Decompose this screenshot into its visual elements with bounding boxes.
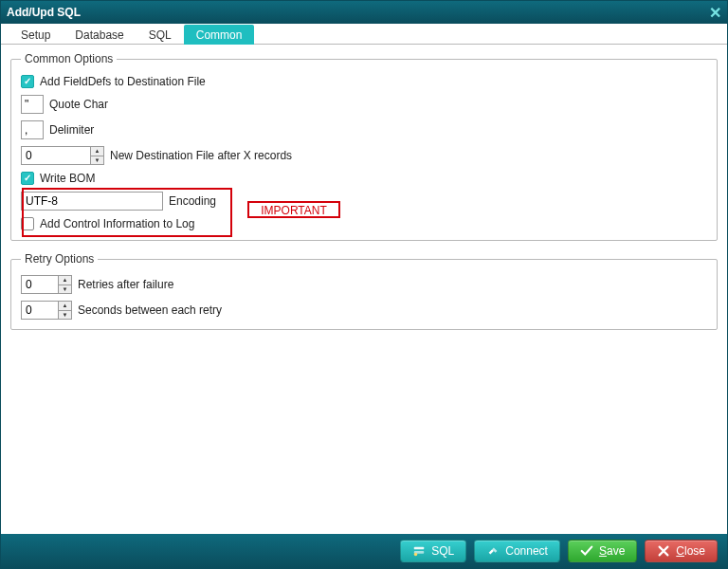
- new-dest-label: New Destination File after X records: [110, 149, 292, 162]
- seconds-spinner[interactable]: ▲ ▼: [21, 301, 72, 320]
- retry-options-legend: Retry Options: [21, 252, 98, 266]
- close-x-icon: [657, 544, 670, 558]
- quote-char-input[interactable]: [21, 95, 44, 114]
- retries-input[interactable]: [22, 276, 58, 293]
- tab-bar: Setup Database SQL Common: [1, 24, 727, 45]
- footer-bar: SQL Connect Save Close: [1, 534, 727, 568]
- connect-button[interactable]: Connect: [474, 540, 560, 562]
- new-dest-up-icon[interactable]: ▲: [91, 147, 103, 156]
- add-fielddefs-label: Add FieldDefs to Destination File: [40, 75, 206, 88]
- write-bom-checkbox[interactable]: [21, 172, 34, 185]
- add-ctrl-log-checkbox[interactable]: [21, 217, 34, 230]
- sql-button-label: SQL: [431, 544, 454, 558]
- add-fielddefs-checkbox[interactable]: [21, 75, 34, 88]
- seconds-label: Seconds between each retry: [78, 303, 222, 317]
- retries-spinner[interactable]: ▲ ▼: [21, 275, 72, 294]
- encoding-input[interactable]: [21, 192, 163, 211]
- svg-rect-0: [414, 547, 425, 550]
- new-dest-down-icon[interactable]: ▼: [91, 156, 103, 165]
- sql-icon: [412, 544, 426, 558]
- close-button[interactable]: Close: [645, 540, 718, 562]
- connect-icon: [486, 544, 500, 558]
- retries-label: Retries after failure: [78, 278, 173, 291]
- sql-button[interactable]: SQL: [400, 540, 466, 562]
- retry-options-group: Retry Options ▲ ▼ Retries after failure …: [10, 252, 718, 330]
- new-dest-input[interactable]: [22, 147, 90, 164]
- delimiter-label: Delimiter: [49, 123, 94, 137]
- retries-up-icon[interactable]: ▲: [59, 276, 71, 285]
- quote-char-label: Quote Char: [49, 98, 108, 111]
- titlebar: Add/Upd SQL ✕: [1, 1, 727, 24]
- retries-down-icon[interactable]: ▼: [59, 285, 71, 294]
- svg-point-2: [414, 553, 418, 557]
- seconds-input[interactable]: [22, 302, 58, 319]
- tab-sql[interactable]: SQL: [136, 25, 184, 45]
- save-button-label: Save: [599, 544, 625, 558]
- add-ctrl-log-label: Add Control Information to Log: [40, 217, 194, 230]
- common-options-group: Common Options Add FieldDefs to Destinat…: [10, 52, 718, 241]
- seconds-up-icon[interactable]: ▲: [59, 302, 71, 311]
- tab-database[interactable]: Database: [63, 25, 136, 45]
- close-button-label: Close: [676, 544, 705, 558]
- new-dest-spinner[interactable]: ▲ ▼: [21, 146, 104, 165]
- seconds-down-icon[interactable]: ▼: [59, 311, 71, 320]
- window-title: Add/Upd SQL: [7, 6, 81, 19]
- save-button[interactable]: Save: [568, 540, 637, 562]
- check-icon: [580, 544, 593, 558]
- encoding-label: Encoding: [169, 194, 216, 208]
- tab-setup[interactable]: Setup: [9, 25, 63, 45]
- content-area: Common Options Add FieldDefs to Destinat…: [1, 45, 727, 534]
- tab-common[interactable]: Common: [184, 25, 255, 45]
- common-options-legend: Common Options: [21, 52, 117, 65]
- delimiter-input[interactable]: [21, 120, 44, 139]
- close-icon[interactable]: ✕: [709, 4, 721, 22]
- write-bom-label: Write BOM: [40, 172, 95, 185]
- connect-button-label: Connect: [505, 544, 548, 558]
